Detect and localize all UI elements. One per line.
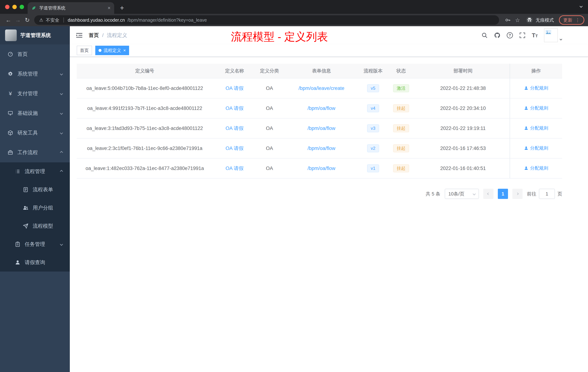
assign-rule-link[interactable]: 分配规则 — [524, 125, 548, 131]
assign-rule-link[interactable]: 分配规则 — [524, 145, 548, 151]
gear-icon — [7, 71, 13, 77]
deploy-time: 2022-01-22 20:34:10 — [416, 98, 510, 118]
form-link[interactable]: /bpm/oa/flow — [307, 106, 335, 111]
sidebar-item-home[interactable]: 首页 — [0, 44, 70, 64]
caret-down-icon[interactable] — [560, 35, 562, 42]
tab-close-icon[interactable]: × — [108, 5, 111, 11]
sidebar-item-process-management[interactable]: 流程管理 — [0, 162, 70, 181]
definition-name-link[interactable]: OA 请假 — [225, 146, 243, 151]
assign-rule-link[interactable]: 分配规则 — [524, 105, 548, 111]
assign-rule-link[interactable]: 分配规则 — [524, 165, 548, 171]
sidebar-item-system[interactable]: 系统管理 — [0, 64, 70, 84]
form-link[interactable]: /bpm/oa/leave/create — [299, 86, 344, 91]
sidebar-item-infrastructure[interactable]: 基础设施 — [0, 103, 70, 123]
maximize-window-button[interactable] — [20, 5, 24, 9]
active-dot — [99, 49, 101, 52]
sidebar-item-devtools[interactable]: 研发工具 — [0, 123, 70, 143]
definition-id: oa_leave:4:991f2193-7b7f-11ec-a3c8-acde4… — [77, 98, 213, 118]
update-chrome-button[interactable]: 更新 ⋮ — [559, 15, 584, 25]
user-icon — [15, 260, 21, 265]
window-controls — [5, 5, 24, 9]
assign-rule-link[interactable]: 分配规则 — [524, 85, 548, 91]
close-window-button[interactable] — [5, 5, 10, 9]
page-number-current[interactable]: 1 — [498, 189, 508, 199]
sidebar-item-leave-query[interactable]: 请假查询 — [0, 253, 70, 272]
help-icon[interactable]: ? — [507, 32, 513, 38]
back-icon[interactable]: ← — [4, 17, 13, 23]
user-group-icon — [22, 205, 29, 211]
prev-page-button[interactable] — [483, 189, 494, 199]
definition-category: OA — [256, 98, 283, 118]
col-definition-id: 定义编号 — [77, 64, 213, 78]
cube-icon — [7, 130, 13, 136]
page-content: 定义编号 定义名称 定义分类 表单信息 流程版本 状态 部署时间 操作 oa_l — [70, 57, 588, 372]
sidebar-item-task-management[interactable]: 任务管理 — [0, 235, 70, 253]
breadcrumb-home[interactable]: 首页 — [89, 32, 99, 39]
paper-plane-icon — [22, 223, 29, 229]
screen: 芋道管理系统 × + ← → ↻ ⚠ 不安全 dashboard.yudao.i… — [0, 0, 588, 372]
user-avatar-menu[interactable] — [544, 28, 562, 42]
reload-icon[interactable]: ↻ — [22, 17, 32, 23]
form-link[interactable]: /bpm/oa/flow — [307, 126, 335, 131]
briefcase-icon — [7, 150, 13, 155]
chevron-down-icon — [473, 192, 476, 196]
browser-toolbar: ← → ↻ ⚠ 不安全 dashboard.yudao.iocoder.cn/b… — [0, 14, 588, 26]
definition-id: oa_leave:3:1fad3d93-7b75-11ec-a3c8-acde4… — [77, 118, 213, 138]
new-tab-button[interactable]: + — [120, 4, 124, 11]
col-definition-category: 定义分类 — [256, 64, 283, 78]
definition-id: oa_leave:2:3c1f0ef1-76b1-11ec-9c66-a2380… — [77, 138, 213, 158]
tab-title: 芋道管理系统 — [39, 5, 105, 11]
navbar-actions: ? TT — [481, 28, 562, 42]
form-link[interactable]: /bpm/oa/flow — [307, 166, 335, 171]
goto-page-input[interactable] — [539, 189, 555, 199]
chevron-down-icon — [60, 72, 63, 76]
sidebar-item-process-form[interactable]: 流程表单 — [0, 181, 70, 199]
minimize-window-button[interactable] — [12, 5, 17, 9]
list-icon — [15, 169, 21, 174]
col-deploy-time: 部署时间 — [416, 64, 510, 78]
definition-name-link[interactable]: OA 请假 — [225, 86, 243, 91]
next-page-button[interactable] — [512, 189, 523, 199]
table-row: oa_leave:5:004b710b-7b8a-11ec-8ef0-acde4… — [77, 78, 562, 98]
page-size-select[interactable]: 10条/页 — [445, 189, 479, 199]
fullscreen-icon[interactable] — [519, 32, 526, 39]
sidebar-item-payment[interactable]: ¥ 支付管理 — [0, 84, 70, 103]
sidebar-item-workflow[interactable]: 工作流程 — [0, 143, 70, 162]
col-status: 状态 — [386, 64, 416, 78]
chevron-up-icon — [60, 170, 63, 173]
url-host: dashboard.yudao.iocoder.cn — [68, 17, 125, 23]
workflow-submenu: 流程管理 流程表单 用户分组 — [0, 162, 70, 272]
deploy-time: 2022-01-16 17:46:53 — [416, 138, 510, 158]
password-key-icon[interactable] — [505, 17, 511, 23]
security-label: 不安全 — [46, 17, 59, 23]
status-badge: 挂起 — [393, 124, 409, 132]
bookmark-star-icon[interactable]: ☆ — [515, 17, 520, 23]
sidebar-toggle-hamburger-icon[interactable] — [76, 32, 83, 39]
search-icon[interactable] — [481, 32, 488, 39]
definition-name-link[interactable]: OA 请假 — [225, 126, 243, 131]
url-path: /bpm/manager/definition?key=oa_leave — [127, 17, 207, 23]
forward-icon[interactable]: → — [13, 17, 22, 23]
url-bar[interactable]: ⚠ 不安全 dashboard.yudao.iocoder.cn/bpm/man… — [34, 15, 499, 25]
browser-tab[interactable]: 芋道管理系统 × — [28, 2, 114, 14]
sidebar-item-user-group[interactable]: 用户分组 — [0, 199, 70, 217]
incognito-icon — [526, 16, 533, 24]
tag-close-icon[interactable]: × — [123, 48, 126, 53]
tab-search-chevron-icon[interactable] — [580, 2, 582, 9]
tag-process-definition[interactable]: 流程定义 × — [95, 46, 129, 55]
tag-home[interactable]: 首页 — [77, 46, 92, 55]
font-size-icon[interactable]: TT — [532, 32, 538, 39]
sidebar-item-process-model[interactable]: 流程模型 — [0, 217, 70, 235]
form-link[interactable]: /bpm/oa/flow — [307, 146, 335, 151]
github-icon[interactable] — [494, 32, 501, 39]
definition-name-link[interactable]: OA 请假 — [225, 106, 243, 111]
avatar[interactable] — [544, 28, 558, 42]
user-icon — [524, 166, 528, 170]
browser-menu-dots-icon[interactable]: ⋮ — [575, 17, 580, 23]
red-annotation-title: 流程模型 - 定义列表 — [231, 30, 328, 44]
deploy-time: 2022-01-22 21:48:38 — [416, 78, 510, 98]
table-row: oa_leave:3:1fad3d93-7b75-11ec-a3c8-acde4… — [77, 118, 562, 138]
sidebar-logo[interactable]: 芋道管理系统 — [0, 26, 70, 44]
user-icon — [524, 86, 528, 90]
definition-name-link[interactable]: OA 请假 — [225, 166, 243, 171]
